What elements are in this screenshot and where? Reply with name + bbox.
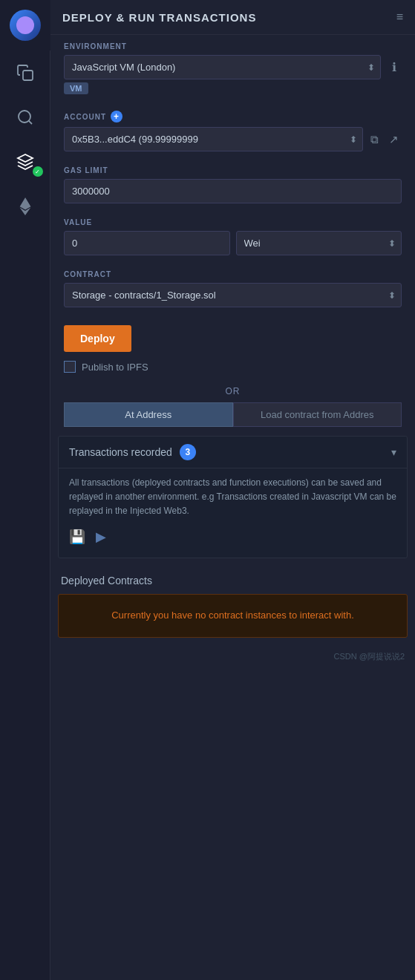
- deployed-contracts-section: Deployed Contracts Currently you have no…: [58, 567, 408, 638]
- publish-ipfs-row: Publish to IPFS: [64, 361, 402, 373]
- play-transactions-button[interactable]: ▶: [96, 526, 106, 548]
- header: DEPLOY & RUN TRANSACTIONS ≡: [50, 0, 415, 35]
- svg-point-2: [19, 111, 30, 122]
- svg-rect-1: [23, 71, 33, 80]
- logo: [0, 0, 50, 50]
- value-amount-input[interactable]: [64, 231, 230, 255]
- transactions-section: Transactions recorded 3 ▾ All transactio…: [58, 436, 408, 558]
- menu-icon[interactable]: ≡: [396, 10, 403, 24]
- environment-label: ENVIRONMENT: [64, 42, 402, 50]
- transactions-header[interactable]: Transactions recorded 3 ▾: [59, 437, 407, 468]
- load-contract-button[interactable]: Load contract from Addres: [233, 402, 402, 427]
- publish-ipfs-label: Publish to IPFS: [82, 362, 148, 373]
- value-unit-select[interactable]: Wei Gwei Finney Ether: [236, 231, 402, 255]
- account-select-wrapper[interactable]: 0x5B3...eddC4 (99.99999999: [64, 127, 363, 151]
- value-unit-wrapper[interactable]: Wei Gwei Finney Ether: [236, 231, 402, 255]
- deploy-section: Deploy Publish to IPFS: [50, 315, 415, 380]
- sidebar-item-plugin[interactable]: ✓: [0, 140, 50, 184]
- no-contracts-box: Currently you have no contract instances…: [58, 594, 408, 638]
- account-section: ACCOUNT + 0x5B3...eddC4 (99.99999999 ⧉ ↗: [50, 103, 415, 159]
- contract-section: CONTRACT Storage - contracts/1_Storage.s…: [50, 263, 415, 315]
- transactions-body: All transactions (deployed contracts and…: [59, 468, 407, 558]
- sidebar-item-ethereum[interactable]: [0, 184, 50, 229]
- contract-select-wrapper[interactable]: Storage - contracts/1_Storage.sol: [64, 283, 402, 307]
- environment-select[interactable]: JavaScript VM (London) JavaScript VM (Be…: [64, 55, 381, 79]
- value-input-wrapper: [64, 231, 230, 255]
- address-row: At Address Load contract from Addres: [64, 402, 402, 427]
- gas-limit-label: GAS LIMIT: [64, 166, 402, 174]
- deploy-button[interactable]: Deploy: [64, 325, 131, 352]
- external-account-button[interactable]: ↗: [386, 131, 402, 148]
- value-row: Wei Gwei Finney Ether: [64, 231, 402, 255]
- at-address-button[interactable]: At Address: [64, 402, 233, 427]
- environment-row: JavaScript VM (London) JavaScript VM (Be…: [64, 55, 402, 79]
- value-section: VALUE Wei Gwei Finney Ether: [50, 211, 415, 263]
- transactions-header-left: Transactions recorded 3: [69, 444, 196, 460]
- contract-label: CONTRACT: [64, 270, 402, 278]
- logo-icon: [10, 10, 41, 41]
- sidebar-item-search[interactable]: [0, 95, 50, 140]
- environment-section: ENVIRONMENT JavaScript VM (London) JavaS…: [50, 35, 415, 103]
- vm-badge: VM: [64, 82, 88, 94]
- add-account-button[interactable]: +: [111, 111, 122, 122]
- publish-ipfs-checkbox[interactable]: [64, 361, 76, 373]
- sidebar: ✓: [0, 0, 50, 980]
- no-contracts-message: Currently you have no contract instances…: [69, 608, 396, 624]
- contract-select[interactable]: Storage - contracts/1_Storage.sol: [64, 283, 402, 307]
- svg-point-0: [19, 19, 32, 32]
- active-badge: ✓: [33, 166, 43, 177]
- account-label: ACCOUNT +: [64, 111, 402, 122]
- account-row: 0x5B3...eddC4 (99.99999999 ⧉ ↗: [64, 127, 402, 151]
- gas-limit-input[interactable]: [64, 179, 402, 203]
- transactions-title: Transactions recorded: [69, 446, 172, 458]
- main-content: DEPLOY & RUN TRANSACTIONS ≡ ENVIRONMENT …: [50, 0, 415, 980]
- gas-limit-section: GAS LIMIT: [50, 159, 415, 211]
- transactions-actions: 💾 ▶: [69, 526, 396, 548]
- transactions-description: All transactions (deployed contracts and…: [69, 477, 396, 516]
- deployed-contracts-header: Deployed Contracts: [58, 567, 408, 594]
- or-divider: OR: [50, 380, 415, 402]
- footer: CSDN @阿提说说2: [50, 647, 415, 667]
- transactions-count-badge: 3: [180, 444, 196, 460]
- chevron-down-icon: ▾: [391, 446, 396, 458]
- environment-info-icon[interactable]: ℹ: [387, 60, 402, 74]
- page-title: DEPLOY & RUN TRANSACTIONS: [62, 11, 256, 24]
- save-transactions-button[interactable]: 💾: [69, 526, 85, 548]
- account-select[interactable]: 0x5B3...eddC4 (99.99999999: [64, 127, 363, 151]
- copy-account-button[interactable]: ⧉: [367, 131, 382, 148]
- value-label: VALUE: [64, 218, 402, 226]
- environment-select-wrapper[interactable]: JavaScript VM (London) JavaScript VM (Be…: [64, 55, 381, 79]
- sidebar-item-copy[interactable]: [0, 50, 50, 95]
